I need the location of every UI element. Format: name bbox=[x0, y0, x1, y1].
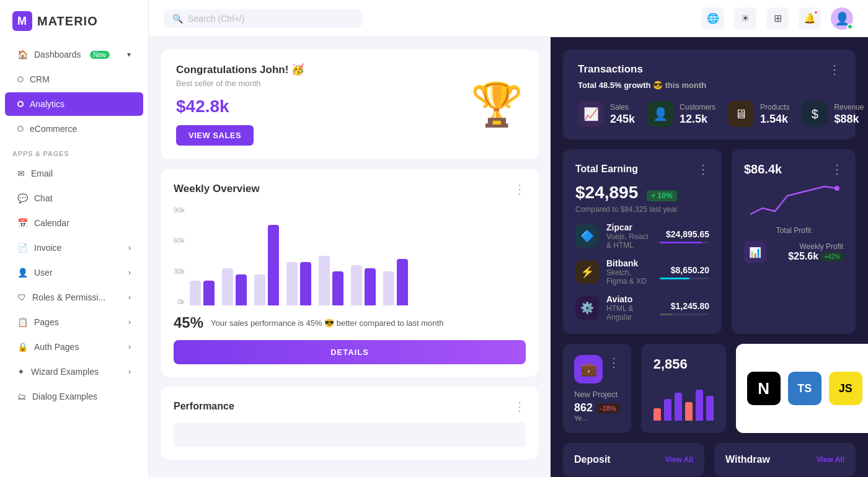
customers-icon: 👤 bbox=[647, 101, 673, 127]
sidebar-item-analytics[interactable]: Analytics bbox=[5, 92, 143, 116]
theme-button[interactable]: ☀ bbox=[734, 7, 756, 30]
bar-purple bbox=[203, 281, 215, 305]
dialog-icon: 🗂 bbox=[17, 392, 26, 401]
stat-value: 245k bbox=[610, 113, 635, 126]
stat-revenue: $ Revenue $88k bbox=[802, 101, 864, 127]
earning-amount: $24,895 bbox=[575, 183, 638, 203]
transactions-growth: Total 48.5% growth 😎 this month bbox=[578, 81, 841, 90]
mini-bar-chart bbox=[653, 383, 714, 421]
bar-purple bbox=[300, 262, 311, 305]
sidebar-item-email[interactable]: ✉ Email bbox=[5, 162, 143, 185]
new-project-menu[interactable]: ⋮ bbox=[608, 355, 620, 370]
deposit-withdraw-row: Deposit View All Withdraw View All bbox=[563, 443, 856, 476]
content-right: Transactions ⋮ Total 48.5% growth 😎 this… bbox=[551, 37, 868, 477]
translate-icon: 🌐 bbox=[707, 12, 719, 24]
bar-light bbox=[254, 274, 265, 305]
sidebar-item-ecommerce[interactable]: eCommerce bbox=[5, 117, 143, 141]
transactions-menu-button[interactable]: ⋮ bbox=[828, 62, 841, 77]
earning-item-zipcar: 🔷 Zipcar Vuejs, React & HTML $24,895.65 bbox=[575, 222, 709, 250]
performance-title: Performance bbox=[174, 401, 234, 412]
weekly-menu-button[interactable]: ⋮ bbox=[513, 182, 526, 196]
sidebar-item-chat[interactable]: 💬 Chat bbox=[5, 186, 143, 210]
sidebar-item-user[interactable]: 👤 User › bbox=[5, 261, 143, 284]
stat-products: 🖥 Products 1.54k bbox=[728, 101, 789, 127]
grid-button[interactable]: ⊞ bbox=[766, 7, 789, 30]
bar-group-3 bbox=[254, 225, 279, 305]
search-placeholder: Search (Ctrl+/) bbox=[188, 14, 244, 24]
sidebar-item-auth[interactable]: 🔒 Auth Pages › bbox=[5, 335, 143, 359]
sidebar-item-label: Wizard Examples bbox=[31, 367, 99, 377]
new-project-value: 862 bbox=[574, 401, 593, 414]
zipcar-info: Zipcar Vuejs, React & HTML bbox=[606, 222, 652, 250]
weekly-profit-badge: +42% bbox=[821, 252, 843, 261]
sidebar-item-label: Dashboards bbox=[34, 50, 81, 59]
chevron-icon: › bbox=[128, 268, 131, 277]
bar-group-6 bbox=[351, 265, 376, 305]
bars-container bbox=[190, 206, 526, 305]
new-project-header: 💼 ⋮ bbox=[574, 355, 620, 390]
sidebar-item-label: Calendar bbox=[34, 218, 69, 228]
aviato-value: $1,245.80 bbox=[660, 301, 709, 311]
notification-dot bbox=[813, 10, 818, 15]
trophy-icon: 🏆 bbox=[471, 80, 523, 129]
notification-button[interactable]: 🔔 bbox=[799, 7, 821, 30]
project-row: 💼 ⋮ New Project 862 -18% Ye... 2,856 bbox=[563, 344, 856, 433]
bitbank-progress-fill bbox=[660, 278, 689, 279]
bar-purple bbox=[365, 268, 376, 305]
chevron-icon: › bbox=[128, 343, 131, 351]
transactions-title: Transactions bbox=[578, 63, 643, 76]
sidebar-item-calendar[interactable]: 📅 Calendar bbox=[5, 211, 143, 235]
sidebar-item-roles[interactable]: 🛡 Roles & Permissi... › bbox=[5, 286, 143, 309]
translate-button[interactable]: 🌐 bbox=[702, 7, 724, 30]
revenue-icon: $ bbox=[802, 101, 828, 127]
profit-weekly-row: 📊 Weekly Profit $25.6k +42% bbox=[744, 241, 843, 263]
weekly-header: Weekly Overview ⋮ bbox=[174, 182, 526, 196]
earning-menu-button[interactable]: ⋮ bbox=[697, 162, 709, 177]
section-label-apps: APPS & PAGES bbox=[0, 141, 148, 161]
growth-text: Total 48.5% growth bbox=[578, 81, 651, 90]
y-label: 0k bbox=[177, 298, 185, 305]
top-value: 2,856 bbox=[653, 356, 714, 372]
details-button[interactable]: DETAILS bbox=[174, 340, 526, 364]
earning-item-aviato: ⚙️ Aviato HTML & Angular $1,245.80 bbox=[575, 294, 709, 322]
wizard-icon: ✦ bbox=[17, 367, 25, 377]
tech-logos-card: N TS JS ✦ bbox=[736, 344, 868, 433]
new-project-icon: 💼 bbox=[574, 355, 603, 383]
app-logo[interactable]: M MATERIO bbox=[0, 0, 148, 42]
bar-purple bbox=[236, 274, 247, 305]
main-area: 🔍 Search (Ctrl+/) 🌐 ☀ ⊞ 🔔 👤 bbox=[149, 0, 868, 477]
profit-card: $86.4k ⋮ Total Profit bbox=[732, 149, 856, 334]
chart-wrapper: 90k 60k 30k 0k bbox=[174, 206, 526, 305]
weekly-title: Weekly Overview bbox=[174, 183, 260, 195]
sidebar-item-label: Invoice bbox=[34, 243, 61, 253]
zipcar-logo: 🔷 bbox=[575, 224, 599, 248]
view-sales-button[interactable]: VIEW SALES bbox=[176, 125, 254, 146]
earning-item-bitbank: ⚡ Bitbank Sketch, Figma & XD $8,650.20 bbox=[575, 258, 709, 286]
sidebar-item-dashboards[interactable]: 🏠 Dashboards New ▾ bbox=[5, 43, 143, 66]
deposit-view-all[interactable]: View All bbox=[665, 455, 693, 464]
performance-menu-button[interactable]: ⋮ bbox=[513, 399, 526, 414]
new-project-value-row: 862 -18% bbox=[574, 401, 620, 414]
circle-icon bbox=[17, 126, 24, 132]
aviato-logo: ⚙️ bbox=[575, 296, 599, 320]
search-bar[interactable]: 🔍 Search (Ctrl+/) bbox=[164, 9, 362, 28]
performance-chart-placeholder bbox=[174, 422, 526, 447]
sidebar-item-crm[interactable]: CRM bbox=[5, 68, 143, 91]
y-label: 90k bbox=[174, 206, 185, 214]
bar-light bbox=[190, 281, 201, 305]
sidebar: M MATERIO 🏠 Dashboards New ▾ CRM Analyti… bbox=[0, 0, 149, 477]
sidebar-item-label: Pages bbox=[34, 317, 59, 327]
profit-menu-button[interactable]: ⋮ bbox=[831, 162, 843, 177]
chevron-icon: › bbox=[128, 293, 131, 302]
congrats-title: Congratulations John! 🥳 bbox=[176, 63, 523, 76]
user-avatar[interactable]: 👤 bbox=[831, 7, 853, 30]
sidebar-item-wizard[interactable]: ✦ Wizard Examples › bbox=[5, 360, 143, 383]
sidebar-item-invoice[interactable]: 📄 Invoice › bbox=[5, 236, 143, 260]
withdraw-view-all[interactable]: View All bbox=[817, 455, 844, 464]
sidebar-item-dialog[interactable]: 🗂 Dialog Examples bbox=[5, 385, 143, 408]
chevron-icon: › bbox=[128, 318, 131, 326]
sidebar-item-pages[interactable]: 📋 Pages › bbox=[5, 310, 143, 334]
deposit-title: Deposit bbox=[574, 454, 611, 465]
lock-icon: 🔒 bbox=[17, 342, 28, 352]
zipcar-sub: Vuejs, React & HTML bbox=[606, 232, 652, 250]
